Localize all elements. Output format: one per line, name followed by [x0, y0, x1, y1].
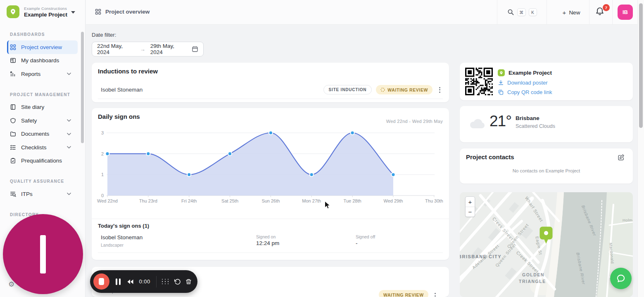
clipboard-icon — [10, 158, 16, 164]
sidebar-section-heading: QUALITY ASSURANCE — [0, 179, 85, 184]
status-badge: WAITING REVIEW — [379, 290, 428, 297]
sidebar-item-checklists[interactable]: Checklists — [0, 141, 85, 154]
screen-recorder-toolbar: 0:00 — [90, 270, 197, 293]
induction-type-badge: SITE INDUCTION — [323, 85, 372, 94]
search-button[interactable]: ⌘ K — [507, 8, 537, 16]
sidebar-item-project-overview[interactable]: Project overview — [7, 40, 78, 54]
qr-project-row: Example Project — [498, 69, 552, 76]
sidebar-item-prequalifications[interactable]: Prequalifications — [0, 154, 85, 168]
chevron-down-icon — [67, 146, 71, 149]
signon-person-name: Isobel Stoneman — [101, 234, 143, 240]
sidebar-item-itps[interactable]: ITPs — [0, 187, 85, 201]
sidebar-item-safety[interactable]: Safety — [0, 114, 85, 127]
qr-project-name: Example Project — [509, 70, 552, 76]
induction-status-badge: WAITING REVIEW — [376, 85, 433, 94]
restart-recording-button[interactable] — [174, 278, 181, 285]
search-icon — [507, 9, 514, 16]
diary-icon — [10, 104, 16, 110]
date-start: 22nd May, 2024 — [97, 43, 135, 55]
sidebar-item-label: Checklists — [21, 145, 47, 151]
new-button[interactable]: + New — [558, 7, 585, 18]
sidebar-sections: DASHBOARDSProject overviewMy dashboardsR… — [0, 32, 85, 217]
svg-text:Tue 28th: Tue 28th — [344, 198, 361, 203]
contacts-empty-text: No contacts on Example Project — [460, 168, 633, 173]
page-scrollbar[interactable] — [639, 3, 643, 128]
notification-badge: 7 — [603, 4, 610, 11]
edit-contacts-icon[interactable] — [618, 154, 625, 163]
webcam-bubble[interactable] — [3, 214, 83, 294]
rewind-button[interactable] — [126, 279, 134, 285]
sidebar-section-dashboards: DASHBOARDSProject overviewMy dashboardsR… — [0, 32, 85, 81]
svg-text:3: 3 — [101, 130, 104, 135]
delete-recording-button[interactable] — [185, 278, 192, 285]
drag-handle-icon[interactable] — [162, 279, 169, 285]
sidebar-item-documents[interactable]: Documents — [0, 127, 85, 141]
signed-off-time: - — [356, 240, 358, 246]
copy-qr-link[interactable]: Copy QR code link — [498, 89, 552, 95]
project-map[interactable]: Wharf StreetCreek StreetQueen StreetQuee… — [460, 192, 633, 297]
map-label-triangle: TRIANGLE — [519, 279, 546, 284]
sidebar-section-heading: DASHBOARDS — [0, 32, 85, 37]
checklist-icon — [10, 144, 16, 151]
svg-text:Thu 23rd: Thu 23rd — [139, 198, 157, 203]
signed-on-label: Signed on — [256, 234, 276, 239]
download-poster-link[interactable]: Download poster — [498, 80, 548, 86]
breadcrumb-label: Project overview — [105, 9, 150, 15]
signed-on-time: 12:24 pm — [256, 240, 279, 246]
weather-city: Brisbane — [516, 115, 539, 121]
stop-recording-button[interactable] — [93, 273, 109, 290]
page-scrollbar-track — [637, 0, 644, 297]
row-menu-button[interactable] — [437, 85, 443, 94]
topbar-divider — [497, 0, 497, 25]
chevron-down-icon — [67, 119, 71, 122]
webcam-initial — [40, 235, 46, 273]
new-button-label: New — [569, 9, 580, 16]
map-zoom-out-button[interactable]: − — [466, 207, 475, 217]
mouse-cursor — [324, 201, 330, 211]
svg-text:0: 0 — [101, 193, 104, 198]
map-label-golden: GOLDEN — [522, 272, 544, 277]
sidebar-scrollbar[interactable] — [81, 32, 84, 143]
svg-text:Mon 27th: Mon 27th — [302, 198, 321, 203]
sidebar-item-label: Safety — [21, 118, 37, 124]
project-switcher[interactable]: Example Constructions Example Project — [0, 0, 85, 23]
date-range-input[interactable]: 22nd May, 2024 → 29th May, 2024 — [92, 42, 204, 57]
sidebar-section-project-management: PROJECT MANAGEMENTSite diarySafetyDocume… — [0, 92, 85, 168]
breadcrumb: Project overview — [95, 9, 150, 15]
map-label-brisbane-city: BRISBANE CITY — [460, 254, 501, 259]
caret-down-icon — [71, 11, 75, 14]
sidebar-item-site-diary[interactable]: Site diary — [0, 101, 85, 114]
row-menu-button[interactable] — [432, 291, 438, 297]
svg-text:Sun 26th: Sun 26th — [261, 198, 280, 203]
notifications-button[interactable]: 7 — [595, 7, 607, 19]
sidebar-section-quality-assurance: QUALITY ASSURANCEITPs — [0, 179, 85, 201]
qr-card: Example Project Download poster Copy QR … — [460, 63, 633, 100]
inductions-title: Inductions to review — [98, 68, 158, 75]
map-zoom-control: + − — [465, 196, 475, 217]
sidebar-item-my-dashboards[interactable]: My dashboards — [0, 54, 85, 68]
svg-text:Sat 25th: Sat 25th — [221, 198, 238, 203]
chat-launcher-button[interactable] — [610, 268, 632, 289]
signon-person-role: Landscaper — [101, 243, 124, 248]
sidebar-item-reports[interactable]: Reports — [0, 67, 85, 81]
date-end: 29th May, 2024 — [150, 43, 187, 55]
stop-icon — [99, 278, 104, 285]
pause-recording-button[interactable] — [116, 278, 121, 285]
sidebar-item-label: Documents — [21, 131, 49, 137]
topbar-divider — [589, 0, 589, 25]
map-location-pin[interactable] — [539, 226, 553, 246]
map-zoom-in-button[interactable]: + — [466, 197, 475, 207]
contacts-title: Project contacts — [466, 153, 514, 160]
signed-off-label: Signed off — [356, 234, 375, 239]
svg-text:1: 1 — [101, 172, 104, 177]
calendar-icon — [192, 46, 198, 52]
qr-code — [465, 68, 493, 95]
download-icon — [498, 80, 504, 86]
avatar[interactable]: IB — [618, 5, 633, 20]
pending-circle-icon — [380, 87, 385, 92]
divider — [92, 219, 449, 219]
kbd-cmd: ⌘ — [517, 8, 526, 16]
induction-row[interactable]: Isobel Stoneman SITE INDUCTION WAITING R… — [98, 81, 443, 99]
kbd-k: K — [529, 8, 537, 16]
itps-icon — [10, 191, 16, 197]
